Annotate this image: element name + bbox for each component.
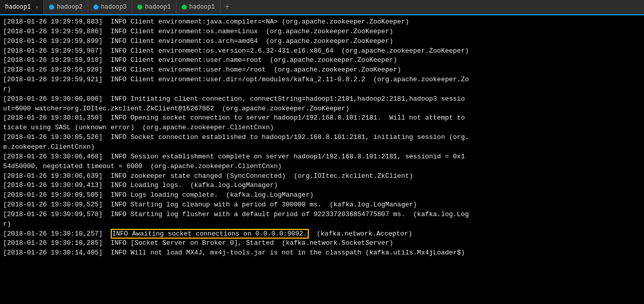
tab-hadoop1-green1[interactable]: hadoop1 (132, 0, 176, 15)
log-line: r) (3, 85, 641, 95)
log-line: ut=6000 watcher=org.IOItec.zkclient.ZkCl… (3, 104, 641, 114)
log-line: [2018-01-26 19:30:01,350] INFO Opening s… (3, 113, 641, 123)
tab-icon-blue (49, 5, 54, 10)
log-line: [2018-01-26 19:29:59,907] INFO Client en… (3, 46, 641, 56)
terminal-output: [2018-01-26 19:29:59,883] INFO Client en… (0, 15, 644, 304)
tab-bar: hadoop1 ✕ hadoop2 hadoop3 hadoop1 hadoop… (0, 0, 644, 15)
tab-label: hadoop3 (101, 4, 127, 11)
tab-hadoop1-active[interactable]: hadoop1 ✕ (0, 0, 44, 15)
log-line: r) (3, 220, 641, 229)
log-line: [2018-01-26 19:29:59,886] INFO Client en… (3, 27, 641, 37)
tab-hadoop2[interactable]: hadoop2 (44, 0, 88, 15)
log-line: [2018-01-26 19:29:59,921] INFO Client en… (3, 75, 641, 85)
log-line: e.zookeeper.ClientCnxn) (3, 143, 641, 152)
log-line: [2018-01-26 19:30:14,405] INFO Will not … (3, 248, 641, 258)
log-line: [2018-01-26 19:30:10,257] INFO Awaiting … (3, 229, 641, 239)
log-line: [2018-01-26 19:29:59,899] INFO Client en… (3, 37, 641, 46)
log-line: [2018-01-26 19:30:09,413] INFO Loading l… (3, 181, 641, 191)
log-line: [2018-01-26 19:30:09,505] INFO Logs load… (3, 191, 641, 200)
tab-icon-green (137, 5, 142, 10)
log-line: [2018-01-26 19:30:05,526] INFO Socket co… (3, 133, 641, 143)
tab-add-button[interactable]: + (220, 0, 234, 15)
tab-icon-blue (93, 5, 98, 10)
log-line: [2018-01-26 19:29:59,920] INFO Client en… (3, 65, 641, 75)
tab-close-icon[interactable]: ✕ (35, 4, 38, 10)
log-line: [2018-01-26 19:30:09,525] INFO Starting … (3, 200, 641, 210)
tab-label: hadoop1 (189, 4, 215, 11)
log-line: [2018-01-26 19:30:06,639] INFO zookeeper… (3, 172, 641, 181)
log-line: ticate using SASL (unknown error) (org.a… (3, 123, 641, 133)
log-line: [2018-01-26 19:30:09,578] INFO Starting … (3, 210, 641, 220)
log-line: [2018-01-26 19:30:06,468] INFO Session e… (3, 152, 641, 162)
log-line: [2018-01-26 19:30:00,006] INFO Initiatin… (3, 95, 641, 104)
log-line: [2018-01-26 19:30:10,285] INFO [Socket S… (3, 239, 641, 248)
tab-hadoop3[interactable]: hadoop3 (88, 0, 132, 15)
tab-hadoop1-green2[interactable]: hadoop1 (177, 0, 220, 15)
tab-icon-green (182, 5, 187, 10)
highlighted-text: INFO Awaiting socket connections on 0.0.… (111, 229, 309, 239)
tab-label: hadoop2 (57, 4, 82, 11)
log-line: [2018-01-26 19:29:59,883] INFO Client en… (3, 17, 641, 27)
log-line: 54d50000, negotiated timeout = 6000 (org… (3, 162, 641, 172)
tab-label: hadoop1 (5, 4, 31, 11)
log-line: [2018-01-26 19:29:59,910] INFO Client en… (3, 56, 641, 65)
tab-label: hadoop1 (145, 4, 170, 11)
